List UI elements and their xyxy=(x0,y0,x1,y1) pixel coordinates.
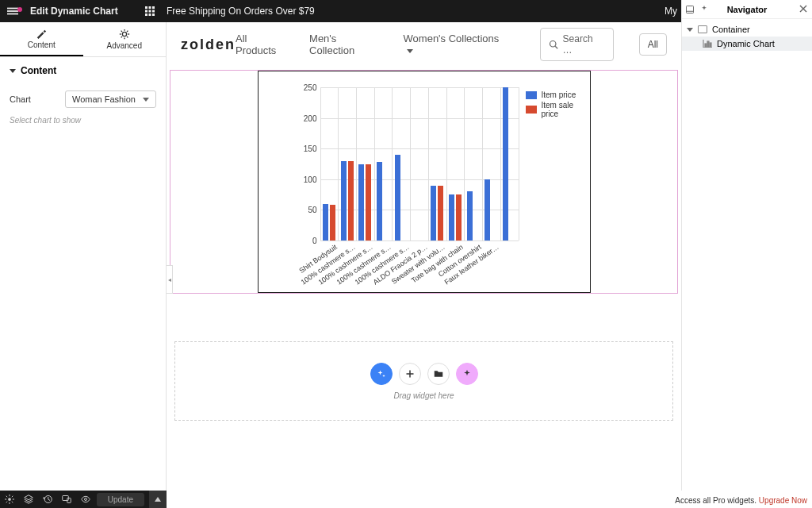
legend-swatch-price xyxy=(526,91,537,99)
tab-advanced-label: Advanced xyxy=(107,41,142,50)
ai-sparkle-button[interactable] xyxy=(456,363,478,385)
svg-rect-8 xyxy=(152,10,155,13)
svg-rect-1 xyxy=(7,10,18,12)
upgrade-link[interactable]: Upgrade Now xyxy=(759,496,807,505)
chevron-down-icon xyxy=(143,98,149,102)
tree-label-widget: Dynamic Chart xyxy=(717,39,775,48)
legend-label-sale: Item sale price xyxy=(542,101,585,118)
editor-title: Edit Dynamic Chart xyxy=(30,6,118,17)
container-icon xyxy=(698,25,707,33)
widgets-grid-icon[interactable] xyxy=(139,6,161,16)
dock-icon[interactable] xyxy=(685,5,695,14)
editor-canvas: ◂ zolden All Products Men's Collection W… xyxy=(167,22,681,508)
site-header: zolden All Products Men's Collection Wom… xyxy=(167,22,681,67)
tab-advanced[interactable]: Advanced xyxy=(83,22,167,56)
tree-item-dynamic-chart[interactable]: Dynamic Chart xyxy=(682,37,812,51)
history-icon[interactable] xyxy=(38,495,57,504)
nav-womens[interactable]: Women's Collections xyxy=(404,33,508,56)
drop-hint: Drag widget here xyxy=(393,391,454,400)
svg-rect-0 xyxy=(7,8,18,10)
svg-rect-32 xyxy=(710,43,711,48)
section-content-label: Content xyxy=(21,65,56,76)
add-widget-button[interactable] xyxy=(399,363,421,385)
ai-generate-button[interactable] xyxy=(370,363,393,385)
widget-selection-frame[interactable]: 050100150200250 Shirt Bodysuit100% cashm… xyxy=(170,70,678,294)
legend-label-price: Item price xyxy=(542,90,576,99)
chart-bars xyxy=(320,87,519,241)
nav-all-products[interactable]: All Products xyxy=(236,33,290,56)
close-icon[interactable] xyxy=(799,5,807,14)
svg-rect-9 xyxy=(145,13,147,16)
layers-icon[interactable] xyxy=(19,495,38,504)
tab-content[interactable]: Content xyxy=(0,22,83,56)
chart-select-value: Woman Fashion xyxy=(72,94,136,104)
expand-panel-icon[interactable] xyxy=(149,491,167,508)
svg-rect-11 xyxy=(152,13,155,16)
svg-marker-19 xyxy=(155,497,161,502)
search-input[interactable]: Search … xyxy=(540,28,614,61)
site-nav: All Products Men's Collection Women's Co… xyxy=(236,28,667,61)
svg-rect-24 xyxy=(687,6,694,13)
tab-content-label: Content xyxy=(28,40,56,49)
search-icon xyxy=(549,40,558,49)
svg-point-13 xyxy=(8,498,11,501)
add-section-dropzone[interactable]: Drag widget here xyxy=(174,341,673,421)
chart-plot-area xyxy=(320,87,519,241)
chart-select-hint: Select chart to show xyxy=(0,114,166,126)
announcement-bar: Free Shipping On Orders Over $79 xyxy=(167,0,693,22)
svg-rect-4 xyxy=(148,6,151,9)
chart-select-label: Chart xyxy=(10,94,65,104)
svg-point-12 xyxy=(122,32,126,36)
svg-line-21 xyxy=(555,46,557,48)
navigator-header: Navigator xyxy=(682,0,812,19)
template-library-button[interactable] xyxy=(427,363,450,385)
svg-rect-30 xyxy=(705,44,707,48)
svg-point-18 xyxy=(85,498,87,501)
chart-legend: Item price Item sale price xyxy=(526,90,585,120)
chart-widget[interactable]: 050100150200250 Shirt Bodysuit100% cashm… xyxy=(258,71,591,293)
mode-tabs: Content Advanced xyxy=(0,22,166,57)
svg-point-20 xyxy=(550,41,555,47)
editor-left-panel: Content Advanced Content Chart Woman Fas… xyxy=(0,22,167,491)
update-button[interactable]: Update xyxy=(97,493,144,506)
svg-rect-10 xyxy=(148,13,151,16)
svg-rect-7 xyxy=(148,10,151,13)
svg-rect-6 xyxy=(145,10,147,13)
navigator-panel: Navigator Container Dynamic Chart xyxy=(681,0,812,491)
svg-rect-31 xyxy=(707,41,709,48)
chart-x-labels: Shirt Bodysuit100% cashmere s…100% cashm… xyxy=(320,243,519,283)
search-placeholder: Search … xyxy=(563,33,605,56)
collapse-panel-handle[interactable]: ◂ xyxy=(167,265,173,294)
editor-bottombar: Update xyxy=(0,491,167,508)
preview-icon[interactable] xyxy=(76,495,95,504)
svg-marker-14 xyxy=(25,495,33,500)
upgrade-prefix: Access all Pro widgets. xyxy=(675,496,759,505)
chart-select[interactable]: Woman Fashion xyxy=(65,90,156,108)
svg-rect-5 xyxy=(152,6,155,9)
settings-icon[interactable] xyxy=(0,495,19,504)
nav-mens[interactable]: Men's Collection xyxy=(309,33,385,56)
svg-rect-2 xyxy=(7,13,18,15)
topbar-right[interactable]: My xyxy=(665,0,677,22)
sparkle-icon[interactable] xyxy=(699,5,709,14)
upgrade-banner: Access all Pro widgets. Upgrade Now xyxy=(675,496,807,505)
chart-select-row: Chart Woman Fashion xyxy=(0,84,166,114)
svg-rect-3 xyxy=(145,6,147,9)
legend-swatch-sale xyxy=(526,106,537,114)
navigator-title: Navigator xyxy=(727,5,768,14)
tree-label-container: Container xyxy=(712,25,750,34)
chart-y-axis: 050100150200250 xyxy=(290,87,317,241)
caret-down-icon xyxy=(687,28,693,32)
caret-down-icon xyxy=(10,69,16,73)
section-content-toggle[interactable]: Content xyxy=(0,57,166,84)
site-logo[interactable]: zolden xyxy=(181,37,236,53)
chart-icon xyxy=(703,40,712,48)
filter-pill-all[interactable]: All xyxy=(639,33,667,56)
tree-item-container[interactable]: Container xyxy=(682,22,812,37)
responsive-icon[interactable] xyxy=(57,495,76,504)
menu-icon[interactable] xyxy=(0,6,25,17)
navigator-tree: Container Dynamic Chart xyxy=(682,19,812,54)
